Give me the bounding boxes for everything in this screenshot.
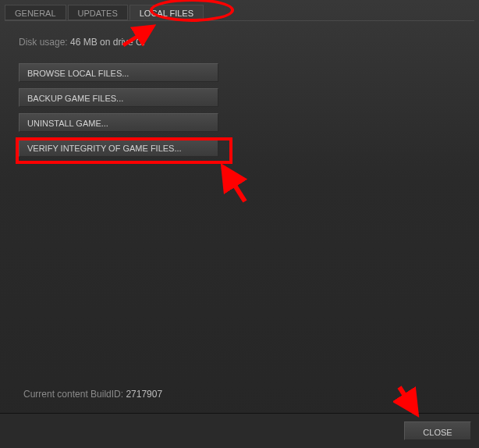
svg-line-2 bbox=[399, 387, 417, 414]
disk-usage-label: Disk usage: 46 MB on drive C: bbox=[19, 37, 460, 48]
build-id-label: Current content BuildID: 2717907 bbox=[23, 389, 162, 400]
build-id-label-text: Current content BuildID: bbox=[23, 389, 123, 400]
annotation-arrow-verify bbox=[217, 161, 251, 206]
properties-window: GENERAL UPDATES LOCAL FILES Disk usage: … bbox=[0, 0, 479, 448]
disk-usage-label-text: Disk usage: bbox=[19, 37, 68, 48]
build-id-value: 2717907 bbox=[126, 389, 162, 400]
backup-game-files-button[interactable]: BACKUP GAME FILES... bbox=[19, 88, 218, 107]
tab-content: Disk usage: 46 MB on drive C: BROWSE LOC… bbox=[0, 21, 479, 157]
browse-local-files-button[interactable]: BROWSE LOCAL FILES... bbox=[19, 63, 218, 82]
tab-general[interactable]: GENERAL bbox=[5, 5, 66, 20]
disk-usage-value: 46 MB on drive C: bbox=[70, 37, 145, 48]
tab-bar: GENERAL UPDATES LOCAL FILES bbox=[0, 0, 479, 20]
close-button[interactable]: CLOSE bbox=[404, 421, 471, 440]
tab-updates[interactable]: UPDATES bbox=[68, 5, 128, 20]
tab-local-files[interactable]: LOCAL FILES bbox=[130, 5, 204, 20]
uninstall-game-button[interactable]: UNINSTALL GAME... bbox=[19, 113, 218, 132]
footer-bar: CLOSE bbox=[0, 413, 479, 448]
svg-line-1 bbox=[223, 167, 245, 201]
verify-integrity-button[interactable]: VERIFY INTEGRITY OF GAME FILES... bbox=[19, 138, 218, 157]
